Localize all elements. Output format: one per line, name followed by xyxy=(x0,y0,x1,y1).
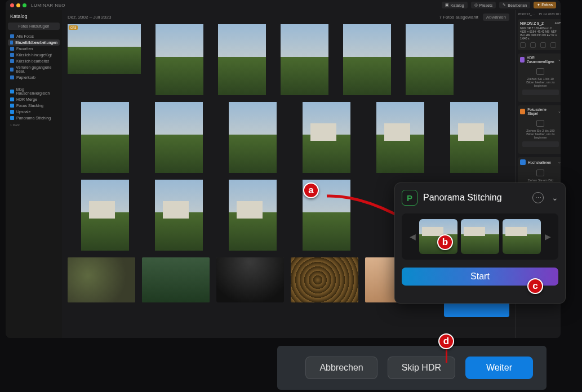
panel-focus[interactable]: Fokussierte Stapel⌄ Ziehen Sie 2 bis 100… xyxy=(518,105,561,154)
thumb-portrait-selected[interactable] xyxy=(303,102,350,173)
thumb-landscape[interactable] xyxy=(216,257,284,302)
focus-icon xyxy=(520,109,525,114)
thumb-portrait[interactable] xyxy=(81,180,129,251)
skip-hdr-button[interactable]: Skip HDR xyxy=(388,357,455,379)
sidebar-item-single[interactable]: Einzelbildbearbeitungen xyxy=(8,39,60,46)
edit-icon xyxy=(10,41,13,44)
titlebar: LUMINAR NEO ▣Katalog ◎Presets ✎Bearbeite… xyxy=(6,0,561,10)
sidebar-item-recent-edit[interactable]: Kürzlich bearbeitet xyxy=(8,58,60,64)
chevron-down-icon: ⌄ xyxy=(558,57,561,62)
thumb-portrait[interactable] xyxy=(406,24,454,95)
merge-button[interactable] xyxy=(522,90,559,95)
arrow-right-icon[interactable]: ▶ xyxy=(544,232,551,241)
trash-icon[interactable] xyxy=(550,42,556,48)
thumb-portrait[interactable] xyxy=(218,24,266,95)
sidebar-item-recent-add[interactable]: Kürzlich hinzugefügt xyxy=(8,52,60,58)
raw-badge: CR3 xyxy=(69,25,78,30)
thumb-portrait[interactable] xyxy=(229,180,277,251)
cancel-button[interactable]: Abbrechen xyxy=(305,357,377,379)
maximize-icon[interactable] xyxy=(23,3,26,7)
sidebar-item-lost[interactable]: Verloren gegangene Bear. xyxy=(8,64,60,74)
folder-icon xyxy=(10,104,14,108)
trash-icon xyxy=(10,75,14,79)
selection-count: 7 Fotos ausgewählt xyxy=(439,15,478,20)
thumb-portrait[interactable] xyxy=(281,24,328,95)
dropzone-icon xyxy=(536,170,544,176)
popup-thumb[interactable] xyxy=(461,219,499,254)
action-button[interactable] xyxy=(444,302,509,317)
popup-title: Panorama Stitching xyxy=(423,193,502,203)
thumb-landscape[interactable] xyxy=(291,257,358,302)
callout-stem xyxy=(446,348,447,363)
thumb-portrait[interactable] xyxy=(450,102,498,173)
folder-icon xyxy=(10,116,14,120)
callout-a: a xyxy=(303,182,319,198)
callout-c: c xyxy=(527,278,543,294)
hdr-icon xyxy=(520,57,525,63)
exif-card: NIKON Z 9_2AWB NIKKOR Z 100-400mm f/… 41… xyxy=(518,19,561,50)
panorama-icon: P xyxy=(402,190,417,206)
file-date: 15 Jul 2023 10:32 xyxy=(539,12,561,16)
callout-d: d xyxy=(438,333,454,349)
like-icon[interactable] xyxy=(520,42,526,48)
sidebar-title: Katalog xyxy=(8,14,60,19)
pencil-icon xyxy=(10,59,14,63)
dropzone-icon xyxy=(536,68,544,75)
chevron-down-icon: ⌄ xyxy=(558,160,561,164)
thumb-portrait[interactable] xyxy=(343,24,391,95)
sidebar-more[interactable]: 1 Mehr xyxy=(8,121,60,127)
hdr-dialog-buttons: Abbrechen Skip HDR Weiter xyxy=(277,346,547,390)
thumb-portrait[interactable] xyxy=(155,180,203,251)
minimize-icon[interactable] xyxy=(16,3,20,7)
warn-icon xyxy=(10,68,14,72)
thumb-landscape[interactable]: CR3 xyxy=(68,24,141,74)
deselect-button[interactable]: Abwählen xyxy=(483,14,509,21)
callout-b: b xyxy=(437,234,453,250)
thumb-portrait[interactable] xyxy=(156,24,203,95)
popup-thumb[interactable] xyxy=(503,219,541,254)
tab-presets[interactable]: ◎Presets xyxy=(471,2,496,8)
thumb-portrait[interactable] xyxy=(229,102,277,173)
popup-thumb[interactable] xyxy=(419,219,457,254)
folder-pano[interactable]: Panorama Stitching xyxy=(8,115,60,121)
sidebar-item-trash[interactable]: Papierkorb xyxy=(8,74,60,81)
sidebar-item-all[interactable]: Alle Fotos xyxy=(8,33,60,39)
popup-thumbnails: ◀ ▶ xyxy=(402,213,558,260)
folder-upscale[interactable]: Upscale xyxy=(8,109,60,115)
thumb-portrait[interactable] xyxy=(155,102,203,173)
folder-icon xyxy=(10,90,14,93)
chevron-down-icon[interactable]: ⌄ xyxy=(552,193,558,202)
blend-button[interactable] xyxy=(522,141,559,147)
folder-noise[interactable]: Blog Rauschenvergleich xyxy=(8,86,60,96)
upscale-icon xyxy=(520,159,526,165)
more-options-button[interactable]: ⋯ xyxy=(532,192,544,203)
folder-focus[interactable]: Focus Stacking xyxy=(8,103,60,109)
panel-hdr[interactable]: HDR Zusammenfügen⌄ Ziehen Sie 1 bis 10Bi… xyxy=(518,54,561,102)
thumb-portrait[interactable] xyxy=(81,102,129,173)
thumb-portrait[interactable] xyxy=(376,102,424,173)
window-controls xyxy=(10,3,26,7)
copy-icon[interactable] xyxy=(540,42,546,48)
sidebar: Katalog Fotos Hinzufügen Alle Fotos Einz… xyxy=(6,10,62,338)
chevron-down-icon: ⌄ xyxy=(558,109,561,114)
dropzone-icon xyxy=(536,120,544,127)
tab-katalog[interactable]: ▣Katalog xyxy=(442,2,468,8)
date-range: Dez. 2002 – Juli 2023 xyxy=(68,15,111,20)
folder-icon xyxy=(10,97,14,101)
app-title: LUMINAR NEO xyxy=(31,3,65,8)
folder-icon xyxy=(10,110,14,114)
sidebar-item-favs[interactable]: Favoriten xyxy=(8,46,60,52)
thumb-landscape[interactable] xyxy=(68,257,135,302)
close-icon[interactable] xyxy=(10,3,14,7)
heart-icon xyxy=(10,47,14,51)
photos-icon xyxy=(10,34,14,38)
flag-icon[interactable] xyxy=(530,42,536,48)
arrow-left-icon[interactable]: ◀ xyxy=(409,232,416,241)
tab-bearbeiten[interactable]: ✎Bearbeiten xyxy=(499,2,530,8)
folder-hdr[interactable]: HDR Merge xyxy=(8,96,60,103)
clock-icon xyxy=(10,53,14,57)
next-button[interactable]: Weiter xyxy=(465,357,533,379)
thumb-landscape[interactable] xyxy=(142,257,210,302)
extras-button[interactable]: ✦ Extras xyxy=(534,2,556,8)
add-photos-button[interactable]: Fotos Hinzufügen xyxy=(8,23,60,30)
